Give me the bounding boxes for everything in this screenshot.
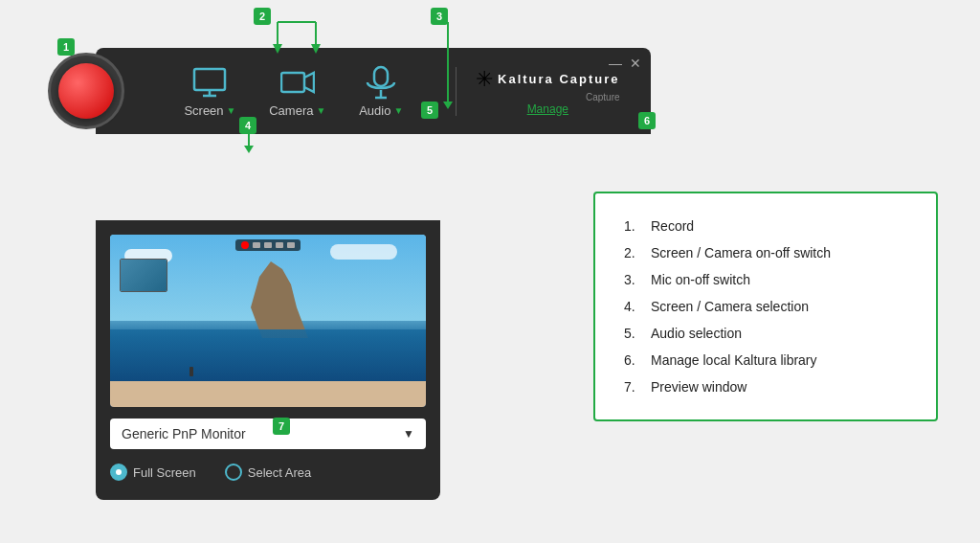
info-text-1: Record bbox=[651, 218, 694, 234]
preview-beach bbox=[110, 381, 426, 407]
mini-rec-dot bbox=[241, 241, 249, 249]
kaltura-logo: ✳ Kaltura Capture bbox=[476, 67, 620, 92]
monitor-select-dropdown[interactable]: Generic PnP Monitor ▼ bbox=[110, 419, 426, 449]
screen-dropdown-panel: 7 bbox=[96, 220, 440, 500]
badge-4: 4 bbox=[239, 117, 256, 134]
badge-1: 1 bbox=[57, 38, 75, 56]
info-text-4: Screen / Camera selection bbox=[651, 299, 809, 314]
controls-area: Screen ▼ Camera ▼ bbox=[167, 65, 636, 118]
list-item-1: 1. Record bbox=[624, 213, 907, 239]
close-button[interactable]: ✕ bbox=[630, 56, 641, 71]
screen-label: Screen ▼ bbox=[184, 103, 235, 118]
microphone-icon bbox=[364, 65, 398, 100]
mini-toolbar-overlay bbox=[235, 239, 301, 251]
screen-control[interactable]: Screen ▼ bbox=[184, 65, 235, 118]
badge-3: 3 bbox=[431, 8, 448, 25]
info-num-5: 5. bbox=[624, 326, 643, 341]
kaltura-logo-area: ✳ Kaltura Capture Capture Manage 6 bbox=[456, 67, 620, 116]
camera-chevron: ▼ bbox=[316, 105, 325, 116]
radio-options: Full Screen Select Area bbox=[110, 459, 426, 486]
info-text-5: Audio selection bbox=[651, 326, 742, 341]
list-item-5: 5. Audio selection bbox=[624, 320, 907, 347]
camera-icon bbox=[280, 65, 315, 100]
full-screen-radio[interactable]: Full Screen bbox=[110, 464, 196, 481]
monitor-chevron-icon: ▼ bbox=[403, 427, 414, 441]
full-screen-label: Full Screen bbox=[133, 465, 196, 480]
audio-chevron: ▼ bbox=[393, 105, 403, 116]
mini-icon-3 bbox=[276, 242, 283, 248]
list-item-2: 2. Screen / Camera on-off switch bbox=[624, 239, 907, 266]
list-item-7: 7. Preview window bbox=[624, 373, 907, 400]
preview-window bbox=[110, 235, 426, 407]
record-outer bbox=[48, 53, 124, 129]
info-num-7: 7. bbox=[624, 379, 643, 395]
kaltura-brand-name: Kaltura Capture bbox=[498, 72, 620, 86]
minimize-button[interactable]: — bbox=[609, 56, 622, 71]
mini-preview-inner bbox=[121, 260, 167, 291]
monitor-select-label: Generic PnP Monitor bbox=[122, 426, 246, 441]
badge-5: 5 bbox=[421, 102, 438, 119]
svg-rect-9 bbox=[194, 69, 225, 90]
kaltura-subtitle: Capture bbox=[476, 92, 620, 102]
audio-control[interactable]: Audio ▼ bbox=[359, 65, 403, 118]
info-num-3: 3. bbox=[624, 272, 643, 287]
info-text-3: Mic on-off switch bbox=[651, 272, 750, 287]
window-controls: — ✕ bbox=[609, 56, 641, 71]
svg-rect-13 bbox=[374, 67, 388, 86]
mini-icon-4 bbox=[287, 242, 295, 248]
svg-rect-12 bbox=[281, 73, 304, 92]
list-item-4: 4. Screen / Camera selection bbox=[624, 293, 907, 320]
audio-label: Audio ▼ bbox=[359, 103, 403, 118]
info-num-1: 1. bbox=[624, 218, 643, 234]
info-num-6: 6. bbox=[624, 352, 643, 368]
camera-label: Camera ▼ bbox=[269, 103, 325, 118]
mini-icon-2 bbox=[264, 242, 272, 248]
info-text-2: Screen / Camera on-off switch bbox=[651, 245, 831, 260]
list-item-3: 3. Mic on-off switch bbox=[624, 266, 907, 293]
screen-chevron: ▼ bbox=[227, 105, 236, 116]
screen-icon bbox=[192, 65, 227, 100]
info-text-7: Preview window bbox=[651, 379, 746, 395]
toolbar: — ✕ Screen bbox=[96, 48, 651, 134]
badge-6: 6 bbox=[638, 112, 656, 129]
info-num-2: 2. bbox=[624, 245, 643, 260]
camera-control[interactable]: Camera ▼ bbox=[269, 65, 325, 118]
info-num-4: 4. bbox=[624, 299, 643, 314]
select-area-radio-circle bbox=[225, 464, 242, 481]
info-list: 1. Record 2. Screen / Camera on-off swit… bbox=[624, 213, 907, 400]
badge-2: 2 bbox=[254, 8, 271, 25]
cloud-2 bbox=[330, 244, 397, 260]
figure bbox=[189, 367, 193, 376]
manage-link[interactable]: Manage bbox=[527, 102, 568, 116]
badge-7: 7 bbox=[273, 418, 290, 435]
select-area-label: Select Area bbox=[248, 465, 312, 480]
record-button[interactable] bbox=[58, 63, 114, 119]
record-button-wrap bbox=[48, 53, 124, 129]
info-panel: 1. Record 2. Screen / Camera on-off swit… bbox=[593, 192, 938, 421]
list-item-6: 6. Manage local Kaltura library bbox=[624, 347, 907, 373]
full-screen-radio-circle bbox=[110, 464, 127, 481]
select-area-radio[interactable]: Select Area bbox=[225, 464, 312, 481]
mini-icon-1 bbox=[253, 242, 260, 248]
svg-marker-6 bbox=[244, 146, 254, 153]
kaltura-star-icon: ✳ bbox=[476, 67, 493, 92]
mini-preview-box bbox=[120, 259, 167, 292]
info-text-6: Manage local Kaltura library bbox=[651, 352, 817, 368]
